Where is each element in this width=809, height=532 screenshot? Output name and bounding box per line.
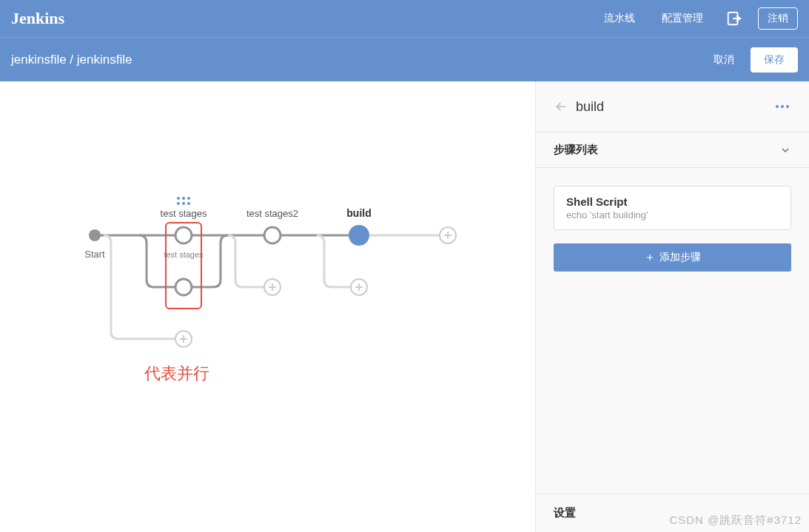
cancel-button[interactable]: 取消 bbox=[703, 47, 745, 73]
start-node[interactable] bbox=[89, 229, 101, 241]
step-card[interactable]: Shell Script echo 'start building' bbox=[554, 186, 791, 230]
sub-header: jenkinsfile / jenkinsfile 取消 保存 bbox=[0, 37, 809, 81]
jenkins-logo: Jenkins bbox=[11, 9, 64, 28]
add-parallel-test-stages2[interactable] bbox=[264, 279, 281, 295]
chevron-down-icon bbox=[779, 144, 791, 156]
nav-config[interactable]: 配置管理 bbox=[648, 12, 716, 25]
svg-point-4 bbox=[177, 202, 180, 205]
steps-section-body: Shell Script echo 'start building' 添加步骤 bbox=[536, 168, 809, 289]
sidebar-title: build bbox=[576, 99, 773, 115]
add-parallel-build[interactable] bbox=[351, 279, 367, 295]
add-stage-button[interactable] bbox=[440, 227, 456, 243]
svg-point-12 bbox=[781, 105, 784, 108]
svg-point-1 bbox=[177, 197, 180, 200]
svg-point-5 bbox=[182, 202, 185, 205]
svg-point-6 bbox=[187, 202, 190, 205]
nav-pipeline[interactable]: 流水线 bbox=[591, 12, 648, 25]
stage-node-build[interactable] bbox=[349, 225, 369, 246]
add-step-label: 添加步骤 bbox=[659, 251, 701, 264]
step-title: Shell Script bbox=[566, 195, 779, 208]
svg-point-2 bbox=[182, 197, 185, 200]
add-step-button[interactable]: 添加步骤 bbox=[554, 243, 791, 272]
save-button[interactable]: 保存 bbox=[751, 47, 798, 73]
annotation-box bbox=[165, 222, 202, 309]
more-icon[interactable] bbox=[773, 98, 791, 115]
step-description: echo 'start building' bbox=[566, 209, 779, 220]
exit-icon[interactable] bbox=[721, 5, 748, 32]
sidebar-header: build bbox=[536, 81, 809, 132]
steps-section-header[interactable]: 步骤列表 bbox=[536, 132, 809, 168]
breadcrumb: jenkinsfile / jenkinsfile bbox=[11, 53, 132, 67]
stage-label-test-stages: test stages bbox=[161, 208, 207, 219]
main-area: Start test stages test stages test stage… bbox=[0, 81, 809, 532]
svg-point-3 bbox=[187, 197, 190, 200]
sidebar-panel: build 步骤列表 Shell Script echo 'start buil… bbox=[535, 81, 809, 532]
svg-point-11 bbox=[776, 105, 779, 108]
top-header: Jenkins 流水线 配置管理 注销 bbox=[0, 0, 809, 37]
drag-handle-icon[interactable] bbox=[177, 197, 190, 205]
spacer bbox=[536, 289, 809, 494]
add-parallel-test-stages[interactable] bbox=[175, 331, 192, 347]
back-arrow-icon[interactable] bbox=[554, 99, 568, 114]
annotation-text: 代表并行 bbox=[144, 363, 209, 385]
steps-section-title: 步骤列表 bbox=[554, 143, 779, 157]
svg-point-13 bbox=[786, 105, 789, 108]
stage-label-test-stages2: test stages2 bbox=[246, 208, 298, 219]
pipeline-canvas[interactable]: Start test stages test stages test stage… bbox=[0, 81, 535, 532]
stage-node-test-stages2[interactable] bbox=[264, 227, 281, 243]
stage-label-build: build bbox=[346, 207, 371, 219]
settings-section[interactable]: 设置 bbox=[536, 494, 809, 532]
start-label: Start bbox=[84, 249, 105, 260]
logout-button[interactable]: 注销 bbox=[758, 7, 798, 30]
pipeline-graph: Start test stages test stages test stage… bbox=[0, 81, 535, 451]
plus-icon bbox=[645, 252, 655, 263]
